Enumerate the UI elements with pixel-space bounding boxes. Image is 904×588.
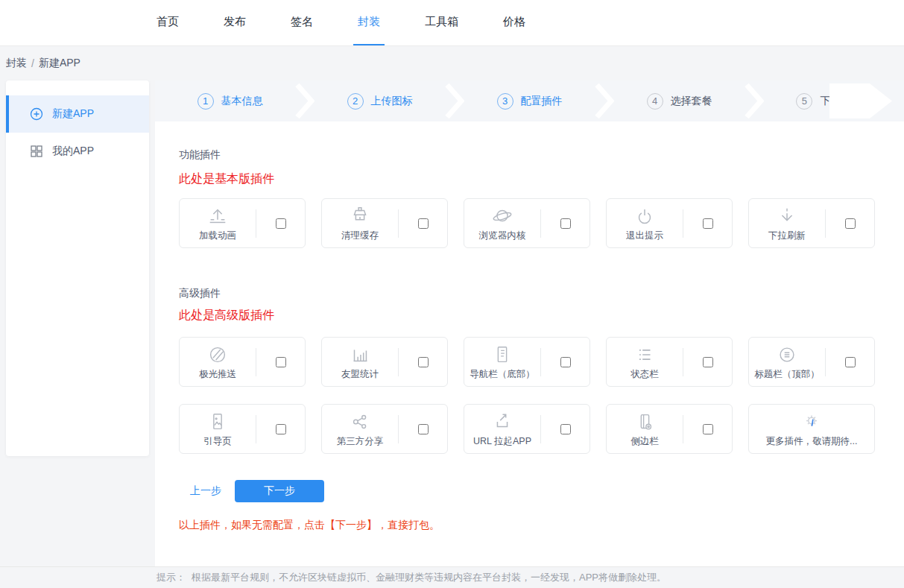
plugin-card-status-bar: 状态栏 xyxy=(606,337,733,387)
chevron-right-icon xyxy=(295,80,314,121)
step-basic-info: 1 基本信息 xyxy=(155,80,305,121)
step-choose-plan: 4 选择套餐 xyxy=(604,80,754,121)
plugin-checkbox[interactable] xyxy=(276,357,286,367)
breadcrumb-section[interactable]: 封装 xyxy=(6,57,27,70)
divider xyxy=(683,348,683,376)
plugin-checkbox[interactable] xyxy=(276,218,286,229)
plugin-checkbox[interactable] xyxy=(560,357,571,367)
basic-plugin-grid: 加载动画 清理缓存 xyxy=(179,198,877,248)
divider xyxy=(398,415,399,443)
divider xyxy=(256,209,256,238)
plugin-checkbox[interactable] xyxy=(418,357,429,367)
step-configure-plugins: 3 配置插件 xyxy=(455,80,604,121)
divider xyxy=(398,209,399,238)
step-number: 5 xyxy=(796,93,812,110)
advanced-plugin-grid: 极光推送 友盟统计 xyxy=(179,337,877,454)
main-panel: 1 基本信息 2 上传图标 3 配置插件 4 选择套餐 5 下载APP xyxy=(155,80,904,566)
nav-item-publish[interactable]: 发布 xyxy=(219,0,250,45)
divider xyxy=(256,415,256,443)
prev-step-link[interactable]: 上一步 xyxy=(190,484,221,498)
plugin-card-more-coming-soon: 更多插件，敬请期待... xyxy=(748,404,875,454)
bottom-navbar-icon xyxy=(491,344,513,366)
divider xyxy=(540,209,541,238)
plugin-checkbox[interactable] xyxy=(703,357,713,367)
plugin-checkbox[interactable] xyxy=(845,218,856,229)
section-title-advanced: 高级插件 xyxy=(179,287,877,300)
plugin-checkbox[interactable] xyxy=(560,424,571,434)
plugin-label: 状态栏 xyxy=(630,368,659,381)
plugin-checkbox[interactable] xyxy=(418,424,429,434)
next-step-button[interactable]: 下一步 xyxy=(235,480,324,502)
sidebar-item-new-app[interactable]: 新建APP xyxy=(6,95,149,133)
plugin-card-clear-cache: 清理缓存 xyxy=(321,198,448,248)
divider xyxy=(825,209,826,238)
plugin-label: 引导页 xyxy=(203,435,232,448)
plugin-card-bottom-navbar: 导航栏（底部） xyxy=(464,337,590,387)
plugin-card-browser-kernel: 浏览器内核 xyxy=(464,198,590,248)
nav-item-home[interactable]: 首页 xyxy=(152,0,183,45)
wizard-actions: 上一步 下一步 xyxy=(179,480,877,502)
plugin-label: 极光推送 xyxy=(199,368,236,381)
plugin-label: 退出提示 xyxy=(626,230,663,242)
exit-prompt-icon xyxy=(633,205,656,227)
nav-item-toolbox[interactable]: 工具箱 xyxy=(420,0,463,45)
steps-bar: 1 基本信息 2 上传图标 3 配置插件 4 选择套餐 5 下载APP xyxy=(155,80,904,121)
third-party-share-icon xyxy=(349,411,371,433)
url-launch-icon xyxy=(491,411,513,433)
breadcrumb-separator: / xyxy=(31,57,34,69)
packaging-notice: 以上插件，如果无需配置，点击【下一步】，直接打包。 xyxy=(179,519,877,532)
top-navbar: 首页 发布 签名 封装 工具箱 价格 xyxy=(0,0,904,46)
plugin-card-umeng-stats: 友盟统计 xyxy=(321,337,448,387)
plugin-card-jpush: 极光推送 xyxy=(179,337,306,387)
plus-circle-icon xyxy=(30,107,43,121)
plugin-checkbox[interactable] xyxy=(276,424,286,434)
plugin-checkbox[interactable] xyxy=(418,218,429,229)
plugin-card-url-launch: URL 拉起APP xyxy=(464,404,590,454)
step-label: 选择套餐 xyxy=(671,95,712,108)
footer-hint: 提示： 根据最新平台规则，不允许区块链虚拟币、金融理财类等违规内容在平台封装，一… xyxy=(0,566,904,588)
plugin-checkbox[interactable] xyxy=(703,218,713,229)
plugin-label: 更多插件，敬请期待... xyxy=(766,435,858,448)
step-number: 1 xyxy=(197,93,214,110)
plugin-label: 下拉刷新 xyxy=(768,230,806,242)
status-bar-icon xyxy=(633,344,656,366)
step-label: 基本信息 xyxy=(221,95,263,108)
footer-hint-label: 提示： xyxy=(157,571,186,584)
section-note-basic: 此处是基本版插件 xyxy=(179,171,877,187)
step-label: 配置插件 xyxy=(521,95,563,108)
divider xyxy=(256,348,256,376)
umeng-stats-icon xyxy=(349,344,371,366)
divider xyxy=(825,348,826,376)
step-number: 4 xyxy=(647,93,663,110)
plugin-card-pull-to-refresh: 下拉刷新 xyxy=(748,198,875,248)
loading-animation-icon xyxy=(206,205,229,227)
plugin-card-loading-animation: 加载动画 xyxy=(179,198,306,248)
plugin-checkbox[interactable] xyxy=(845,357,856,367)
footer-hint-text: 根据最新平台规则，不允许区块链虚拟币、金融理财类等违规内容在平台封装，一经发现，… xyxy=(192,571,666,584)
sidebar-plugin-icon xyxy=(633,411,656,433)
plugin-checkbox[interactable] xyxy=(703,424,713,434)
sidebar-item-my-apps[interactable]: 我的APP xyxy=(6,133,149,170)
plugin-label: 第三方分享 xyxy=(337,435,384,448)
chevron-right-icon xyxy=(445,80,464,121)
steps-end-arrow xyxy=(829,83,892,118)
divider xyxy=(683,415,683,443)
step-number: 2 xyxy=(347,93,364,110)
plugin-label: 加载动画 xyxy=(199,230,236,242)
nav-item-package[interactable]: 封装 xyxy=(353,0,385,45)
sidebar: 新建APP 我的APP xyxy=(6,80,149,456)
clear-cache-icon xyxy=(349,205,371,227)
more-plugins-gear-icon xyxy=(800,411,823,433)
nav-item-sign[interactable]: 签名 xyxy=(286,0,317,45)
plugin-label: 标题栏（顶部） xyxy=(754,368,820,381)
section-title-basic: 功能插件 xyxy=(179,148,877,162)
divider xyxy=(683,209,683,238)
plugin-label: 友盟统计 xyxy=(341,368,379,381)
guide-page-icon xyxy=(206,411,229,433)
plugin-checkbox[interactable] xyxy=(560,218,571,229)
chevron-right-icon xyxy=(745,80,764,121)
step-number: 3 xyxy=(497,93,513,110)
nav-item-price[interactable]: 价格 xyxy=(499,0,530,45)
browser-kernel-icon xyxy=(491,205,513,227)
section-note-advanced: 此处是高级版插件 xyxy=(179,308,877,323)
